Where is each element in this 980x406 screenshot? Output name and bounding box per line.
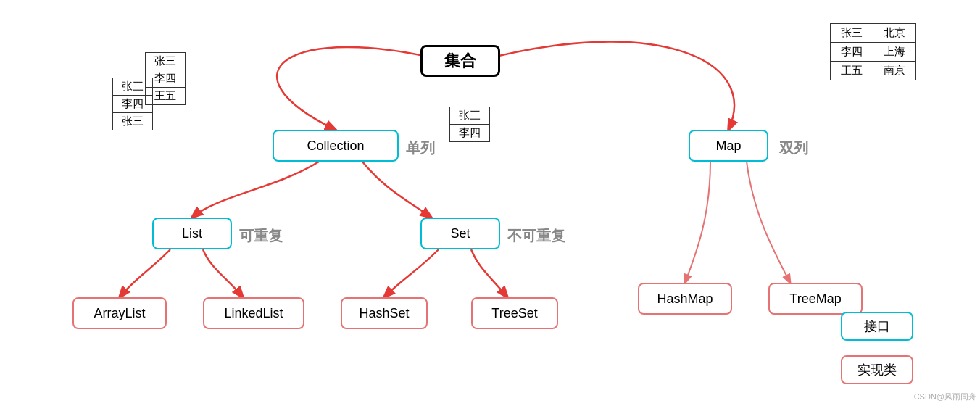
legend-interface-box: 接口 <box>841 312 913 341</box>
map-row2-val: 上海 <box>873 43 916 62</box>
node-list: List <box>152 218 232 249</box>
diagram: 集合 Collection Map List Set HashMap TreeM… <box>0 0 980 406</box>
watermark: CSDN@风雨同舟 <box>914 392 976 402</box>
node-map: Map <box>689 130 768 162</box>
map-row1-key: 张三 <box>831 24 873 43</box>
set-row1: 张三 <box>450 107 490 125</box>
node-jihe: 集合 <box>420 45 500 77</box>
label-repeatable: 可重复 <box>239 226 283 246</box>
node-set: Set <box>420 218 500 249</box>
legend-impl-box: 实现类 <box>841 355 913 384</box>
list-front-row1: 张三 <box>113 78 153 96</box>
map-table: 张三 北京 李四 上海 王五 南京 <box>830 23 916 80</box>
map-row1-val: 北京 <box>873 24 916 43</box>
label-nonrepeatable: 不可重复 <box>507 226 565 246</box>
node-linkedlist: LinkedList <box>203 297 304 329</box>
map-row3-key: 王五 <box>831 62 873 80</box>
set-table: 张三 李四 <box>449 107 490 142</box>
list-front-row2: 李四 <box>113 96 153 113</box>
node-arraylist: ArrayList <box>72 297 167 329</box>
map-row2-key: 李四 <box>831 43 873 62</box>
map-row3-val: 南京 <box>873 62 916 80</box>
legend-interface-label: 接口 <box>864 318 890 335</box>
label-single: 单列 <box>406 138 435 158</box>
label-double: 双列 <box>779 138 808 158</box>
legend-impl-label: 实现类 <box>858 361 897 378</box>
list-table-front: 张三 李四 张三 <box>112 78 153 130</box>
node-treemap: TreeMap <box>768 283 863 315</box>
node-hashset: HashSet <box>341 297 428 329</box>
list-front-row3: 张三 <box>113 113 153 130</box>
node-collection: Collection <box>273 130 399 162</box>
list-back-row1: 张三 <box>146 53 186 70</box>
node-treeset: TreeSet <box>471 297 558 329</box>
set-row2: 李四 <box>450 125 490 142</box>
node-hashmap: HashMap <box>638 283 732 315</box>
